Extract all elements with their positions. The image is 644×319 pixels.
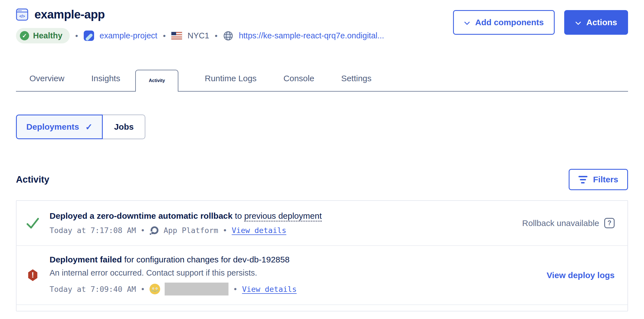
- error-hexagon-icon: !: [25, 269, 41, 281]
- actor-label: App Platform: [164, 226, 218, 235]
- user-avatar: [150, 284, 160, 294]
- page-title: example-app: [34, 8, 105, 21]
- app-icon: </>: [16, 8, 28, 21]
- view-deploy-logs-link[interactable]: View deploy logs: [547, 271, 615, 280]
- timestamp: Today at 7:17:08 AM: [50, 226, 136, 235]
- activity-row-meta: Today at 7:09:40 AM • •: [50, 283, 547, 295]
- event-title-rest: for configuration changes for dev-db-192…: [122, 255, 290, 264]
- separator-dot: •: [223, 226, 227, 235]
- toggle-jobs[interactable]: Jobs: [103, 115, 145, 139]
- svg-text:</>: </>: [19, 14, 25, 18]
- redacted-username: [165, 283, 228, 295]
- separator-dot: •: [141, 226, 145, 235]
- app-url-link[interactable]: https://ke-sample-react-qrq7e.ondigital.…: [239, 31, 384, 40]
- region-label: NYC1: [188, 31, 209, 40]
- digitalocean-logo-icon: [150, 226, 159, 235]
- chevron-down-icon: [464, 18, 470, 27]
- add-components-label: Add components: [475, 18, 544, 27]
- us-flag-icon: [171, 32, 182, 39]
- filters-label: Filters: [593, 175, 618, 184]
- previous-deployment-link[interactable]: previous deployment: [244, 211, 322, 222]
- project-link[interactable]: example-project: [100, 31, 157, 40]
- project-icon: [84, 31, 94, 41]
- separator-dot: •: [141, 285, 145, 294]
- view-details-link[interactable]: View details: [232, 226, 286, 235]
- activity-heading: Activity: [16, 174, 49, 185]
- app-header: </> example-app ✓ Healthy • example-pr: [16, 8, 628, 43]
- tab-bar: Overview Insights Activity Runtime Logs …: [16, 70, 628, 92]
- tab-runtime-logs[interactable]: Runtime Logs: [204, 74, 257, 91]
- globe-icon: [223, 31, 233, 41]
- actions-button[interactable]: Actions: [564, 10, 628, 35]
- activity-row-body: Deployed a zero-downtime automatic rollb…: [50, 211, 522, 235]
- activity-row-body: Deployment failed for configuration chan…: [50, 255, 547, 295]
- activity-row-failed: ! Deployment failed for configuration ch…: [17, 246, 627, 305]
- rollback-status: Rollback unavailable ?: [522, 218, 615, 228]
- deploy-logs-action: View deploy logs: [547, 271, 615, 280]
- status-badge: ✓ Healthy: [16, 28, 70, 43]
- activity-row-meta: Today at 7:17:08 AM • App Platform • Vie…: [50, 226, 522, 235]
- activity-row-rollback: Deployed a zero-downtime automatic rollb…: [17, 201, 627, 246]
- tab-overview[interactable]: Overview: [29, 74, 65, 91]
- event-title-bold: Deployed a zero-downtime automatic rollb…: [50, 211, 232, 220]
- separator-dot: •: [233, 285, 237, 294]
- separator-dot: •: [75, 31, 78, 40]
- app-platform-page: </> example-app ✓ Healthy • example-pr: [0, 0, 644, 319]
- rollback-unavailable-label: Rollback unavailable: [522, 218, 599, 228]
- filter-icon: [578, 176, 587, 183]
- separator-dot: •: [215, 31, 218, 40]
- error-subtext: An internal error occurred. Contact supp…: [50, 268, 547, 278]
- event-title-mid: to: [232, 211, 244, 220]
- actions-label: Actions: [586, 18, 617, 27]
- tab-activity[interactable]: Activity: [135, 70, 178, 92]
- success-check-icon: [25, 216, 41, 230]
- healthy-check-icon: ✓: [20, 31, 29, 40]
- activity-list: Deployed a zero-downtime automatic rollb…: [16, 200, 628, 311]
- status-badge-label: Healthy: [33, 31, 62, 40]
- deployments-jobs-toggle: Deployments ✓ Jobs: [16, 115, 145, 139]
- timestamp: Today at 7:09:40 AM: [50, 285, 136, 294]
- app-header-left: </> example-app ✓ Healthy • example-pr: [16, 8, 384, 43]
- filters-button[interactable]: Filters: [569, 169, 628, 190]
- separator-dot: •: [163, 31, 166, 40]
- view-details-link[interactable]: View details: [242, 285, 297, 294]
- tab-console[interactable]: Console: [283, 74, 315, 91]
- activity-header: Activity Filters: [16, 169, 628, 190]
- selected-check-icon: ✓: [85, 122, 92, 132]
- chevron-down-icon: [575, 18, 581, 27]
- tab-settings[interactable]: Settings: [340, 74, 372, 91]
- activity-row-title: Deployed a zero-downtime automatic rollb…: [50, 211, 522, 221]
- event-title-bold: Deployment failed: [50, 255, 122, 264]
- toggle-deployments-label: Deployments: [26, 122, 79, 132]
- toggle-deployments[interactable]: Deployments ✓: [16, 115, 103, 139]
- activity-row-title: Deployment failed for configuration chan…: [50, 255, 547, 264]
- app-title-row: </> example-app: [16, 8, 384, 21]
- activity-row-partial: [17, 305, 627, 311]
- header-actions: Add components Actions: [453, 10, 628, 35]
- app-meta-row: ✓ Healthy • example-project • NYC1 •: [16, 28, 384, 43]
- tab-insights[interactable]: Insights: [91, 74, 121, 91]
- help-question-icon[interactable]: ?: [604, 218, 615, 228]
- add-components-button[interactable]: Add components: [453, 10, 555, 35]
